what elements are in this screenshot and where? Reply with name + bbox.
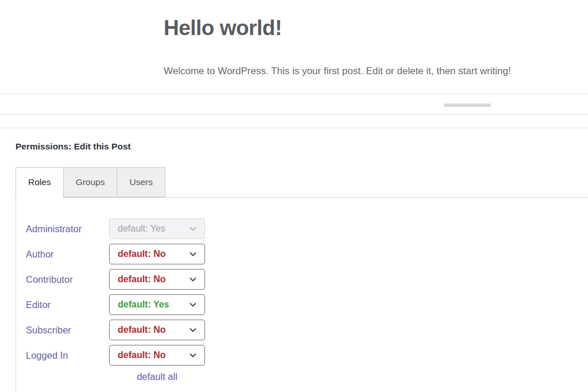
role-select-administrator: default: Yes: [109, 218, 205, 239]
chevron-down-icon: [188, 325, 198, 335]
divider-line: [0, 114, 588, 115]
role-select-value: default: No: [118, 249, 166, 259]
drag-handle[interactable]: [444, 103, 491, 107]
roles-panel: Administrator default: Yes Author defaul…: [26, 218, 205, 382]
chevron-down-icon: [188, 249, 198, 259]
role-row-subscriber: Subscriber default: No: [26, 320, 205, 340]
divider-line: [0, 94, 588, 94]
tab-groups[interactable]: Groups: [63, 167, 118, 197]
role-label: Contributor: [26, 274, 109, 285]
chevron-down-icon: [188, 351, 198, 360]
role-select-author[interactable]: default: No: [109, 244, 205, 264]
role-select-value: default: Yes: [118, 299, 169, 310]
divider-line: [0, 128, 588, 128]
default-all-link[interactable]: default all: [109, 371, 205, 382]
role-label: Subscriber: [26, 325, 109, 336]
role-select-subscriber[interactable]: default: No: [109, 320, 205, 340]
post-paragraph[interactable]: Welcome to WordPress. This is your first…: [164, 66, 511, 77]
role-row-author: Author default: No: [26, 244, 205, 264]
role-select-value: default: No: [118, 350, 166, 360]
role-select-contributor[interactable]: default: No: [109, 269, 205, 290]
role-label: Administrator: [26, 224, 109, 235]
role-select-value: default: No: [118, 325, 166, 335]
panel-border-left: [16, 197, 16, 392]
role-select-value: default: Yes: [118, 224, 165, 234]
chevron-down-icon: [188, 224, 198, 233]
role-label: Editor: [26, 299, 109, 310]
post-title[interactable]: Hello world!: [164, 16, 282, 40]
role-select-editor[interactable]: default: Yes: [109, 294, 205, 315]
wordpress-editor-screen: Hello world! Welcome to WordPress. This …: [0, 0, 588, 392]
tab-users[interactable]: Users: [117, 167, 165, 197]
role-select-value: default: No: [118, 274, 166, 285]
role-row-contributor: Contributor default: No: [26, 269, 205, 290]
role-label: Author: [26, 249, 109, 260]
chevron-down-icon: [188, 300, 198, 309]
role-label: Logged In: [26, 350, 109, 361]
role-row-logged-in: Logged In default: No: [26, 345, 205, 366]
role-select-logged-in[interactable]: default: No: [109, 345, 205, 366]
permissions-tab-bar: Roles Groups Users: [16, 167, 165, 198]
chevron-down-icon: [188, 275, 198, 284]
permissions-heading: Permissions: Edit this Post: [16, 141, 131, 152]
tab-roles[interactable]: Roles: [16, 167, 64, 198]
role-row-editor: Editor default: Yes: [26, 294, 205, 315]
role-row-administrator: Administrator default: Yes: [26, 218, 205, 239]
